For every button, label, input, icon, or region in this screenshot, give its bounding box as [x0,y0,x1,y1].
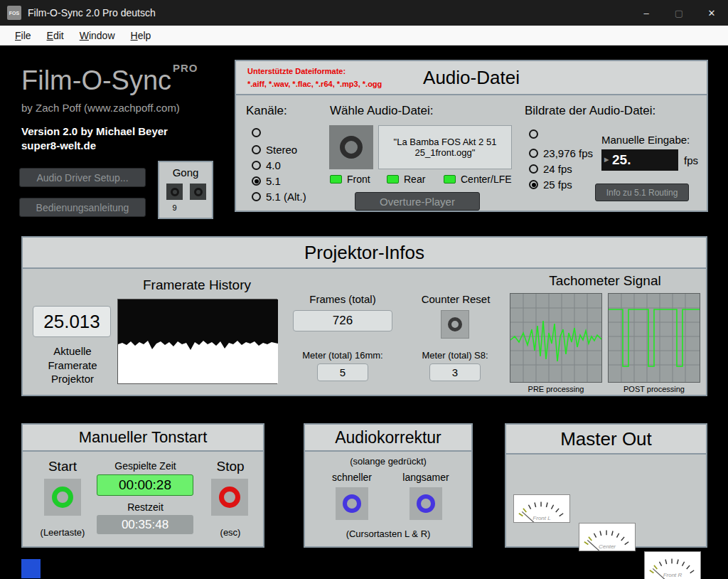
caption-line: Framerate [28,358,117,373]
slower-ring-icon [417,494,435,513]
faster-ring-icon [343,494,361,513]
master-panel-header: Master Out [506,425,706,455]
manual-fps-input[interactable]: ▶ 25. [601,149,678,171]
start-key-hint: (Leertaste) [28,527,97,538]
routing-info-button[interactable]: Info zu 5.1 Routing [595,184,689,201]
audio-file-panel: Unterstützte Dateiformate: *.aiff, *.wav… [235,60,708,212]
counter-reset-label: Counter Reset [406,293,505,305]
radio-bitrate-25[interactable] [529,180,538,189]
maximize-button[interactable]: ▢ [663,0,695,26]
radio-bitrate-23976[interactable] [529,149,538,158]
faster-button[interactable] [336,487,368,520]
radio-channels-51alt[interactable] [252,192,261,201]
version-line2: super8-welt.de [21,139,96,152]
vu-meter-label: Center [579,543,635,550]
slower-button[interactable] [410,487,442,520]
start-label: Start [37,459,88,474]
bitrate-label: Bildrate der Audio-Datei: [525,104,655,118]
numberbox-arrow-icon: ▶ [604,156,609,163]
menu-file[interactable]: File [7,30,39,41]
projector-panel-title: Projektor-Infos [304,242,424,264]
current-framerate-display: 25.013 [33,306,111,337]
pre-processing-label: PRE processing [510,385,602,393]
minimize-button[interactable]: – [630,0,663,26]
projector-panel-header: Projektor-Infos [23,238,706,269]
start-button[interactable] [44,479,81,516]
gong-ring-icon [194,188,203,196]
manual-fps-value: 25. [612,152,631,168]
radio-label: Stereo [266,144,297,156]
audio-driver-setup-button[interactable]: Audio Driver Setup... [19,168,146,187]
korrektur-panel-title: Audiokorrektur [335,428,441,447]
menu-window[interactable]: Window [72,30,123,41]
menubar: File Edit Window Help [0,26,728,46]
radio-channels-51[interactable] [252,176,261,186]
menu-help[interactable]: Help [123,30,159,41]
radio-channels-40[interactable] [252,161,261,170]
meter-16mm-display: 5 [317,363,368,381]
meter-16mm-label: Meter (total) 16mm: [282,350,403,361]
master-panel-title: Master Out [560,428,652,450]
framerate-history-display [117,299,277,384]
counter-reset-ring-icon [448,317,462,331]
master-out-panel: Master Out Front L Center [505,423,707,548]
rear-led-indicator [387,175,399,184]
manual-entry-label: Manuelle Eingabe: [601,134,690,146]
gong-button-2[interactable] [190,184,206,200]
gong-button-1[interactable] [166,184,183,200]
meter-s8-display: 3 [429,363,481,381]
vu-meter-label: Front L [514,515,569,521]
radio-channels-none[interactable] [252,128,261,137]
played-time-label: Gespielte Zeit [94,460,197,472]
vu-meter-front-l: Front L [513,494,570,523]
app-logo: Film-O-Sync [21,65,171,96]
radio-label: 24 fps [543,163,572,175]
frames-total-label: Frames (total) [293,293,392,305]
radio-label: 5.1 (Alt.) [266,191,306,203]
framerate-history-graph [118,299,278,383]
counter-reset-button[interactable] [441,310,469,339]
manual-button[interactable]: Bedienungsanleitung [19,198,146,217]
close-button[interactable]: ✕ [695,0,728,26]
post-scope-graph [609,294,700,382]
tachometer-label: Tachometer Signal [510,273,700,289]
rest-time-label: Restzeit [94,501,197,513]
radio-channels-stereo[interactable] [252,145,261,154]
radio-label: 23,976 fps [543,147,593,159]
stop-button[interactable] [211,479,248,516]
version-line1: Version 2.0 by Michael Beyer [21,125,168,137]
menu-edit[interactable]: Edit [39,30,72,41]
pro-badge: PRO [173,62,198,74]
center-lfe-led-label: Center/LFE [461,174,512,185]
faster-label: schneller [319,472,385,483]
tachometer-pre-scope [510,293,602,383]
radio-bitrate-24[interactable] [529,164,538,174]
stop-ring-icon [219,487,240,508]
overture-player-button[interactable]: Overture-Player [355,192,480,211]
played-time-display: 00:00:28 [97,474,193,496]
slower-label: langsamer [393,472,459,483]
frames-total-display: 726 [293,310,392,331]
formats-list: *.aiff, *.wav, *.flac, *.r64, *.mp3, *.o… [247,78,382,91]
audio-panel-header: Unterstützte Dateiformate: *.aiff, *.wav… [236,61,707,95]
vu-meter-center: Center [579,523,636,551]
channels-label: Kanäle: [246,104,287,118]
formats-label: Unterstützte Dateiformate: [247,65,382,78]
main-canvas: Film-O-Sync PRO by Zach Poff (www.zachpo… [0,46,728,578]
gong-panel: Gong 9 [158,161,213,219]
caption-line: Aktuelle [28,344,117,358]
vu-meter-label: Front R [645,572,700,578]
fps-unit-label: fps [684,154,698,166]
cursor-keys-hint: (Cursortasten L & R) [305,528,471,539]
pre-scope-graph [510,294,601,382]
open-file-button[interactable] [329,125,373,169]
post-processing-label: POST processing [608,385,700,393]
meter-s8-label: Meter (total) S8: [405,350,505,361]
byline: by Zach Poff (www.zachpoff.com) [21,102,180,114]
current-framerate-caption: Aktuelle Framerate Projektor [28,344,117,386]
rest-time-display: 00:35:48 [97,515,193,534]
supported-formats: Unterstützte Dateiformate: *.aiff, *.wav… [247,65,382,90]
front-led-label: Front [347,174,370,185]
gong-title: Gong [159,166,212,179]
radio-bitrate-none[interactable] [529,129,538,139]
